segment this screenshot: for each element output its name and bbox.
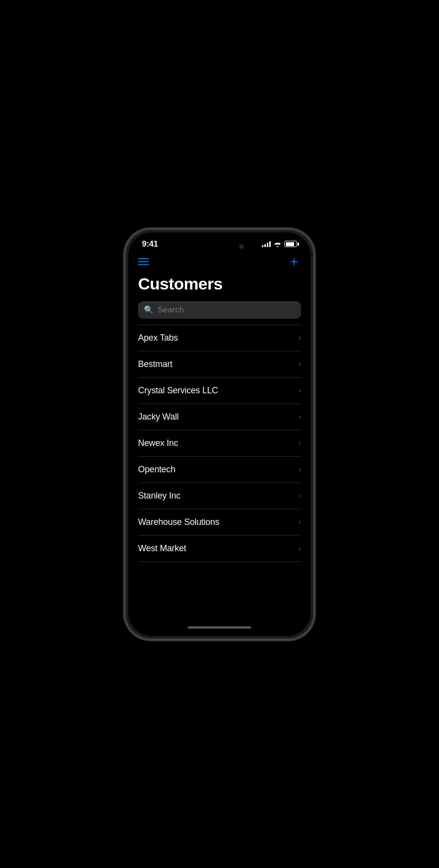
wifi-icon <box>274 241 281 247</box>
customer-list-item[interactable]: Opentech› <box>138 457 301 483</box>
chevron-right-icon: › <box>299 491 301 500</box>
customer-name: Apex Tabs <box>138 333 178 343</box>
customer-name: Jacky Wall <box>138 412 179 422</box>
menu-button[interactable] <box>138 258 149 265</box>
customer-list-item[interactable]: West Market› <box>138 536 301 562</box>
home-bar <box>188 626 251 629</box>
phone-frame: 9:41 <box>124 229 315 640</box>
customer-list-item[interactable]: Stanley Inc› <box>138 483 301 509</box>
chevron-right-icon: › <box>299 333 301 342</box>
chevron-right-icon: › <box>299 544 301 553</box>
battery-fill <box>286 242 295 246</box>
customer-list: Apex Tabs›Bestmart›Crystal Services LLC›… <box>138 325 301 562</box>
chevron-right-icon: › <box>299 518 301 526</box>
chevron-right-icon: › <box>299 465 301 474</box>
search-icon: 🔍 <box>144 305 154 314</box>
chevron-right-icon: › <box>299 360 301 368</box>
customer-list-item[interactable]: Apex Tabs› <box>138 325 301 351</box>
customer-name: Opentech <box>138 464 175 475</box>
customer-list-item[interactable]: Warehouse Solutions› <box>138 509 301 536</box>
phone-screen: 9:41 <box>128 232 311 636</box>
signal-icon <box>262 241 271 247</box>
customer-list-item[interactable]: Jacky Wall› <box>138 404 301 430</box>
status-time: 9:41 <box>142 239 158 249</box>
status-icons <box>262 241 297 247</box>
camera-indicator <box>239 244 244 249</box>
search-input[interactable] <box>158 305 295 315</box>
plus-icon: + <box>290 255 298 269</box>
chevron-right-icon: › <box>299 439 301 447</box>
customer-name: Crystal Services LLC <box>138 386 218 396</box>
customer-list-item[interactable]: Newex Inc› <box>138 430 301 457</box>
page-title: Customers <box>138 274 301 293</box>
search-bar[interactable]: 🔍 <box>138 301 301 319</box>
customer-list-item[interactable]: Bestmart› <box>138 351 301 378</box>
customer-list-item[interactable]: Crystal Services LLC› <box>138 378 301 404</box>
home-indicator <box>128 619 311 636</box>
main-content: + Customers 🔍 Apex Tabs›Bestmart›Crystal… <box>128 251 311 619</box>
battery-icon <box>284 241 297 247</box>
status-bar: 9:41 <box>128 232 311 251</box>
customer-name: Bestmart <box>138 359 172 369</box>
customer-name: Warehouse Solutions <box>138 517 220 527</box>
add-customer-button[interactable]: + <box>287 255 301 269</box>
customer-name: West Market <box>138 543 186 554</box>
chevron-right-icon: › <box>299 386 301 395</box>
customer-name: Stanley Inc <box>138 491 180 501</box>
customer-name: Newex Inc <box>138 438 178 448</box>
dynamic-island <box>190 238 249 255</box>
chevron-right-icon: › <box>299 412 301 421</box>
